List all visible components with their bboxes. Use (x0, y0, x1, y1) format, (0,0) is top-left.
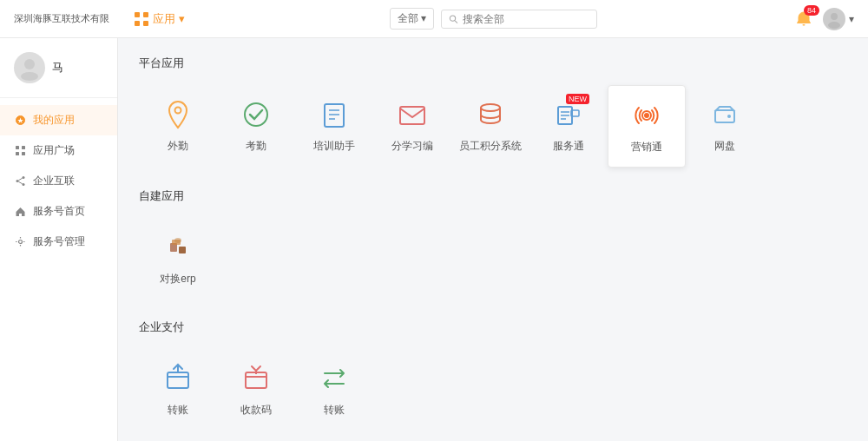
sidebar-my-apps-label: 我的应用 (33, 113, 75, 128)
user-avatar-area[interactable]: ▾ (823, 8, 854, 30)
sidebar-item-enterprise[interactable]: 企业互联 (0, 166, 117, 196)
svg-point-16 (22, 176, 24, 179)
sidebar: 马 我的应用 (0, 38, 118, 441)
content-area: 平台应用 外勤 考勤 (118, 38, 868, 441)
peixun-icon-wrap (317, 97, 352, 132)
sidebar-service-manage-label: 服务号管理 (33, 234, 85, 249)
yingxiao-label: 营销通 (631, 140, 662, 155)
search-icon (449, 14, 458, 24)
app-icon (134, 11, 149, 27)
app-item-peixun[interactable]: 培训助手 (295, 85, 373, 168)
new-badge: NEW (566, 94, 589, 104)
filter-dropdown[interactable]: 全部 ▾ (390, 8, 434, 30)
sidebar-item-my-apps[interactable]: 我的应用 (0, 105, 117, 135)
app-item-erp[interactable]: 对换erp (139, 218, 217, 299)
yuangong-icon-wrap (473, 97, 508, 132)
svg-rect-46 (246, 372, 266, 388)
notification-button[interactable]: 84 (795, 10, 812, 28)
kaoqin-icon-wrap (239, 97, 273, 132)
wangpan-label: 网盘 (714, 139, 735, 154)
sidebar-item-service-home[interactable]: 服务号首页 (0, 196, 117, 227)
app-btn-label: 应用 (153, 11, 175, 27)
home-icon (14, 206, 26, 218)
avatar (823, 8, 845, 30)
peixun-label: 培训助手 (313, 139, 355, 154)
svg-point-18 (22, 183, 24, 186)
sidebar-item-service-manage[interactable]: 服务号管理 (0, 227, 117, 257)
svg-point-17 (16, 180, 18, 182)
pay1-icon-wrap (161, 361, 195, 396)
svg-rect-37 (715, 110, 734, 122)
svg-rect-1 (143, 12, 148, 17)
app-item-fuwutong[interactable]: NEW 服务通 (529, 85, 608, 168)
location-icon (161, 98, 194, 131)
sidebar-item-app-market[interactable]: 应用广场 (0, 135, 117, 166)
custom-apps-title: 自建应用 (139, 188, 847, 204)
app-item-yingxiao[interactable]: 营销通 (608, 85, 686, 168)
mail-icon (396, 98, 429, 131)
sidebar-user: 马 (0, 52, 117, 98)
svg-rect-12 (16, 146, 19, 149)
search-box[interactable] (441, 10, 597, 29)
svg-point-23 (245, 103, 267, 126)
erp-label: 对换erp (160, 272, 195, 286)
svg-rect-14 (16, 152, 19, 155)
drive-icon (708, 98, 741, 131)
svg-point-38 (727, 115, 731, 118)
pay2-icon-wrap (239, 361, 273, 396)
database-icon (474, 98, 507, 131)
star-icon (14, 115, 26, 127)
svg-line-20 (18, 181, 22, 184)
erp-icon (161, 231, 194, 264)
platform-apps-grid: 外勤 考勤 (139, 85, 847, 168)
app-item-yuangong[interactable]: 员工积分系统 (451, 85, 529, 168)
sidebar-app-market-label: 应用广场 (33, 143, 75, 158)
app-item-kaoqin[interactable]: 考勤 (217, 85, 295, 168)
app-item-pay1[interactable]: 转账 (139, 349, 217, 430)
yuangong-label: 员工积分系统 (459, 139, 522, 154)
svg-point-36 (644, 113, 649, 118)
app-item-faxue[interactable]: 分学习编 (373, 85, 451, 168)
pay2-label: 收款码 (240, 403, 272, 418)
pay3-icon-wrap (317, 361, 352, 396)
transfer-icon (318, 362, 351, 395)
app-item-waibao[interactable]: 外勤 (139, 85, 217, 168)
waibao-label: 外勤 (168, 139, 188, 154)
book-icon (318, 98, 351, 131)
sidebar-username: 马 (52, 60, 63, 76)
svg-rect-13 (22, 146, 25, 149)
erp-icon-wrap (161, 230, 195, 265)
broadcast-icon (630, 99, 663, 132)
app-item-wangpan[interactable]: 网盘 (686, 85, 764, 168)
svg-line-19 (18, 178, 22, 181)
filter-label: 全部 (398, 12, 418, 24)
svg-rect-3 (143, 21, 148, 26)
svg-point-7 (831, 13, 838, 20)
search-input[interactable] (463, 13, 589, 25)
svg-point-21 (18, 240, 22, 244)
kaoqin-label: 考勤 (246, 139, 266, 154)
avatar-chevron: ▾ (849, 13, 854, 25)
svg-rect-40 (179, 247, 186, 253)
pay3-label: 转账 (324, 403, 345, 418)
app-item-pay2[interactable]: 收款码 (217, 349, 295, 430)
svg-rect-6 (803, 24, 806, 26)
svg-rect-0 (135, 12, 140, 17)
filter-chevron: ▾ (421, 12, 426, 24)
sidebar-menu: 我的应用 应用广场 (0, 105, 117, 257)
pay1-label: 转账 (168, 403, 188, 418)
pay-out-icon (161, 362, 194, 395)
settings-icon (14, 236, 26, 248)
app-button[interactable]: 应用 ▾ (127, 8, 192, 30)
enterprise-pay-title: 企业支付 (139, 319, 847, 335)
svg-rect-24 (325, 104, 344, 127)
app-item-pay3[interactable]: 转账 (295, 349, 373, 430)
svg-point-10 (21, 72, 38, 81)
fuwutong-icon-wrap: NEW (551, 97, 586, 132)
svg-point-4 (450, 15, 456, 20)
svg-point-22 (175, 108, 181, 114)
svg-line-5 (455, 20, 457, 23)
faxue-icon-wrap (395, 97, 430, 132)
sidebar-service-home-label: 服务号首页 (33, 204, 85, 219)
enterprise-pay-grid: 转账 收款码 (139, 349, 847, 430)
